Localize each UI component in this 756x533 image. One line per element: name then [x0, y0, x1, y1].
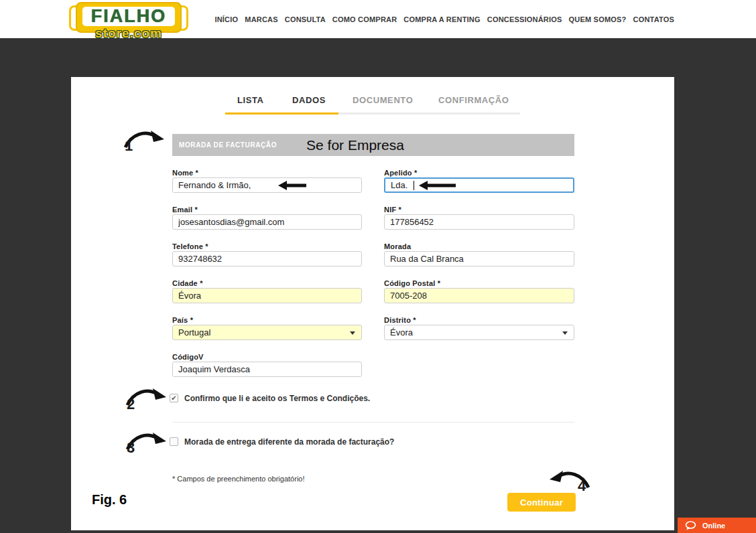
required-fields-note: * Campos de preenchimento obrigatório!	[172, 475, 305, 483]
email-input[interactable]	[172, 214, 362, 230]
chat-status-badge[interactable]: Online	[678, 518, 756, 533]
codigov-label: CódigoV	[172, 353, 204, 361]
nav-item-marcas[interactable]: MARCAS	[245, 15, 277, 23]
codigov-input[interactable]	[172, 362, 362, 377]
telefone-input[interactable]	[172, 251, 362, 266]
page: { "logo": { "top": "FIALHO", "bottom": "…	[0, 0, 756, 533]
morada-label: Morada	[384, 242, 411, 250]
nav-item-contatos[interactable]: CONTATOS	[633, 15, 675, 23]
codigo-postal-input[interactable]	[384, 288, 574, 303]
morada-input[interactable]	[384, 251, 574, 266]
dropdown-caret-icon	[350, 331, 355, 335]
pais-selected-value: Portugal	[178, 327, 210, 337]
nif-input[interactable]	[384, 214, 574, 230]
left-arrow-icon-apelido	[419, 181, 456, 190]
distrito-label: Distrito *	[384, 316, 416, 324]
pais-label: País *	[172, 316, 193, 324]
tab-confirmacao[interactable]: CONFIRMAÇÃO	[438, 95, 509, 105]
nav-item-quem-somos[interactable]: QUEM SOMOS?	[569, 15, 627, 23]
speech-bubble-icon	[685, 521, 696, 530]
figure-caption: Fig. 6	[92, 492, 127, 508]
tab-underline	[225, 112, 520, 115]
checkout-steps: LISTA DADOS DOCUMENTO CONFIRMAÇÃO	[225, 95, 520, 117]
delivery-address-checkbox[interactable]	[170, 437, 178, 446]
dropdown-caret-icon	[562, 331, 568, 335]
nav-item-consulta[interactable]: CONSULTA	[285, 15, 326, 23]
annotation-number-3: 3	[127, 439, 135, 457]
site-header: FIALHO store.com INÍCIO MARCAS CONSULTA …	[0, 0, 756, 38]
apelido-input[interactable]	[384, 177, 574, 193]
annotation-number-4: 4	[578, 477, 586, 495]
logo-inner-panel: FIALHO	[82, 7, 175, 26]
terms-checkbox-label[interactable]: Confirmo que li e aceito os Termos e Con…	[184, 394, 370, 403]
text-cursor	[414, 181, 414, 190]
apelido-label: Apelido *	[384, 169, 417, 177]
section-note: Se for Empresa	[154, 134, 556, 156]
checkout-card: LISTA DADOS DOCUMENTO CONFIRMAÇÃO MORADA…	[71, 77, 674, 530]
logo-word: FIALHO	[91, 6, 167, 27]
annotation-number-1: 1	[125, 137, 133, 155]
annotation-number-2: 2	[127, 396, 135, 413]
distrito-select[interactable]: Évora	[384, 325, 574, 340]
distrito-selected-value: Évora	[390, 327, 413, 337]
nome-label: Nome *	[172, 169, 198, 177]
tab-progress-indicator	[225, 112, 338, 115]
cidade-label: Cidade *	[172, 279, 203, 287]
telefone-label: Telefone *	[172, 242, 208, 250]
terms-checkbox[interactable]: ✔	[170, 394, 178, 402]
nome-input[interactable]	[172, 177, 362, 193]
logo-subtitle: store.com	[69, 26, 188, 41]
codigo-postal-label: Código Postal *	[384, 279, 440, 287]
tab-documento[interactable]: DOCUMENTO	[353, 95, 413, 105]
section-header-bar: MORADA DE FACTURAÇÃO Se for Empresa	[172, 134, 574, 156]
cidade-input[interactable]	[172, 288, 362, 303]
nav-item-como-comprar[interactable]: COMO COMPRAR	[332, 15, 397, 23]
nav-item-concessionarios[interactable]: CONCESSIONÁRIOS	[487, 15, 562, 23]
site-logo[interactable]: FIALHO store.com	[69, 2, 188, 37]
tab-lista[interactable]: LISTA	[237, 95, 264, 105]
tab-dados[interactable]: DADOS	[292, 95, 326, 105]
divider	[172, 422, 574, 423]
main-nav: INÍCIO MARCAS CONSULTA COMO COMPRAR COMP…	[214, 0, 674, 38]
left-arrow-icon-nome	[278, 181, 306, 190]
nav-item-compra-a-renting[interactable]: COMPRA A RENTING	[403, 15, 480, 23]
delivery-address-checkbox-label[interactable]: Morada de entrega diferente da morada de…	[184, 437, 394, 447]
continue-button[interactable]: Continuar	[507, 493, 576, 512]
email-label: Email *	[172, 206, 198, 214]
pais-select[interactable]: Portugal	[172, 325, 362, 340]
nav-item-inicio[interactable]: INÍCIO	[214, 15, 238, 23]
nif-label: NIF *	[384, 206, 401, 214]
chat-status-text: Online	[702, 522, 725, 530]
